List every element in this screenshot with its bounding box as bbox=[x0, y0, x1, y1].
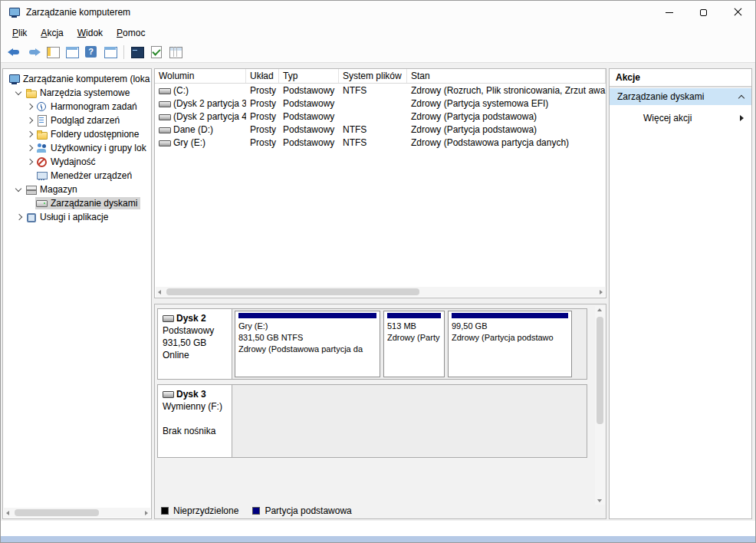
forward-icon[interactable] bbox=[26, 44, 41, 60]
disk-pane-vscrollbar[interactable] bbox=[595, 306, 605, 505]
window-list-icon[interactable] bbox=[64, 44, 80, 60]
expander-icon[interactable] bbox=[23, 197, 35, 209]
menu-widok[interactable]: Widok bbox=[71, 25, 110, 41]
menu-akcja[interactable]: Akcja bbox=[34, 25, 70, 41]
volume-layout: Prosty bbox=[246, 110, 279, 123]
actions-panel: Akcje Zarządzanie dyskami Więcej akcji bbox=[609, 68, 752, 519]
disk3-label[interactable]: Dysk 3 Wymienny (F:) Brak nośnika bbox=[158, 385, 232, 457]
disk3-spacer bbox=[163, 413, 227, 425]
volume-filesystem bbox=[339, 97, 407, 110]
column-header[interactable]: Układ bbox=[246, 69, 279, 83]
disk3-name: Dysk 3 bbox=[176, 388, 206, 400]
column-header[interactable]: Wolumin bbox=[155, 69, 246, 83]
tree-item[interactable]: Zarządzanie dyskami bbox=[3, 196, 151, 210]
volume-list-pane: Wolumin Układ Typ System plików Stan (C:… bbox=[154, 68, 606, 298]
volume-row[interactable]: (Dysk 2 partycja 4) Prosty Podstawowy Zd… bbox=[155, 110, 606, 123]
column-header[interactable]: Stan bbox=[407, 69, 606, 83]
volume-type: Podstawowy bbox=[279, 123, 339, 136]
partition-box[interactable]: Gry (E:) 831,50 GB NTFS Zdrowy (Podstawo… bbox=[235, 311, 380, 377]
volume-icon bbox=[159, 138, 170, 147]
help-icon[interactable] bbox=[84, 44, 99, 60]
close-button[interactable] bbox=[721, 1, 755, 24]
toolbar-group-1 bbox=[7, 44, 122, 60]
shared-folders-icon bbox=[36, 129, 48, 140]
tree-item[interactable]: Harmonogram zadań bbox=[3, 100, 151, 114]
legend-item: Nieprzydzielone bbox=[161, 505, 238, 516]
back-icon[interactable] bbox=[7, 44, 22, 60]
volume-layout: Prosty bbox=[246, 97, 279, 110]
volume-list-hscrollbar[interactable] bbox=[156, 287, 605, 297]
show-console-tree-icon[interactable] bbox=[45, 44, 61, 60]
column-header[interactable]: Typ bbox=[279, 69, 339, 83]
tree-hscrollbar-thumb[interactable] bbox=[15, 509, 99, 516]
tree-item[interactable]: Usługi i aplikacje bbox=[3, 210, 151, 224]
properties-window-icon[interactable] bbox=[103, 44, 118, 60]
tree-item[interactable]: Użytkownicy i grupy lok bbox=[3, 141, 151, 155]
partition-status: Zdrowy (Party bbox=[387, 332, 441, 344]
volume-row[interactable]: Gry (E:) Prosty Podstawowy NTFS Zdrowy (… bbox=[155, 136, 606, 149]
action-more-actions[interactable]: Więcej akcji bbox=[610, 110, 751, 127]
disk2-label[interactable]: Dysk 2 Podstawowy 931,50 GB Online bbox=[158, 309, 232, 379]
app-icon bbox=[8, 7, 20, 18]
tree-item[interactable]: Narzędzia systemowe bbox=[3, 86, 151, 100]
tree-item-label: Usługi i aplikacje bbox=[40, 212, 108, 222]
volume-hscrollbar-thumb[interactable] bbox=[166, 288, 419, 295]
tools-folder-icon bbox=[25, 87, 37, 98]
expander-icon[interactable] bbox=[23, 156, 35, 168]
expander-icon[interactable] bbox=[23, 142, 35, 154]
scroll-left-icon[interactable] bbox=[158, 290, 161, 295]
menu-plik[interactable]: Plik bbox=[5, 25, 34, 41]
tree-item-label: Foldery udostępnione bbox=[51, 129, 139, 140]
volume-row[interactable]: (C:) Prosty Podstawowy NTFS Zdrowy (Rozr… bbox=[155, 84, 606, 97]
volume-row[interactable]: (Dysk 2 partycja 3) Prosty Podstawowy Zd… bbox=[155, 97, 606, 110]
tree-item-label: Podgląd zdarzeń bbox=[51, 115, 120, 126]
check-disk-icon[interactable] bbox=[149, 44, 164, 60]
tree-item[interactable]: Zarządzanie komputerem (loka bbox=[3, 72, 151, 86]
partition-box[interactable]: 99,50 GB Zdrowy (Partycja podstawo bbox=[448, 311, 572, 377]
event-viewer-icon bbox=[36, 115, 48, 126]
expander-icon[interactable] bbox=[12, 87, 25, 99]
partition-size: 831,50 GB NTFS bbox=[238, 332, 376, 344]
storage-icon bbox=[25, 184, 37, 195]
tree-item[interactable]: Foldery udostępnione bbox=[3, 127, 151, 141]
scroll-up-icon[interactable] bbox=[597, 308, 602, 311]
column-header[interactable]: System plików bbox=[339, 69, 407, 83]
partition-box[interactable]: 513 MB Zdrowy (Party bbox=[383, 311, 445, 377]
action-disk-management[interactable]: Zarządzanie dyskami bbox=[610, 88, 751, 105]
expander-icon[interactable] bbox=[23, 128, 35, 140]
partition-legend: Nieprzydzielone Partycja podstawowa bbox=[161, 505, 352, 516]
scroll-right-icon[interactable] bbox=[145, 511, 148, 515]
expander-icon[interactable] bbox=[23, 169, 35, 182]
scroll-down-icon[interactable] bbox=[597, 499, 602, 502]
volume-filesystem: NTFS bbox=[339, 136, 407, 149]
collapse-chevron-icon[interactable] bbox=[738, 94, 744, 100]
volume-type: Podstawowy bbox=[279, 97, 339, 110]
partition-color-strip bbox=[387, 313, 441, 318]
expander-icon[interactable] bbox=[23, 114, 35, 127]
volume-row[interactable]: Dane (D:) Prosty Podstawowy NTFS Zdrowy … bbox=[155, 123, 606, 136]
disk-row-disk2: Dysk 2 Podstawowy 931,50 GB Online Gry (… bbox=[157, 308, 587, 380]
expander-icon[interactable] bbox=[12, 183, 25, 196]
view-table-icon[interactable] bbox=[168, 44, 183, 60]
console-icon[interactable] bbox=[130, 44, 145, 60]
expander-icon[interactable] bbox=[12, 211, 25, 223]
volume-layout: Prosty bbox=[246, 84, 279, 97]
expander-icon[interactable] bbox=[23, 100, 35, 113]
tree-item[interactable]: Menedżer urządzeń bbox=[3, 169, 151, 183]
scroll-right-icon[interactable] bbox=[600, 290, 603, 295]
tree-item[interactable]: Wydajność bbox=[3, 155, 151, 169]
tree-hscrollbar[interactable] bbox=[4, 508, 150, 518]
legend-label: Nieprzydzielone bbox=[173, 505, 238, 516]
tree-item-label: Wydajność bbox=[51, 156, 96, 167]
disk-vscrollbar-thumb[interactable] bbox=[597, 317, 603, 424]
console-tree-panel: Zarządzanie komputerem (loka Narzędzia s… bbox=[2, 68, 152, 519]
disk-icon bbox=[163, 314, 173, 323]
minimize-button[interactable] bbox=[652, 1, 686, 24]
maximize-button[interactable] bbox=[686, 1, 721, 24]
disk3-empty-region[interactable] bbox=[232, 385, 587, 457]
tree-item[interactable]: Magazyn bbox=[3, 183, 151, 196]
menu-pomoc[interactable]: Pomoc bbox=[110, 25, 152, 41]
tree-item[interactable]: Podgląd zdarzeń bbox=[3, 114, 151, 127]
scroll-left-icon[interactable] bbox=[6, 511, 9, 515]
partition-size: 513 MB bbox=[387, 321, 441, 332]
